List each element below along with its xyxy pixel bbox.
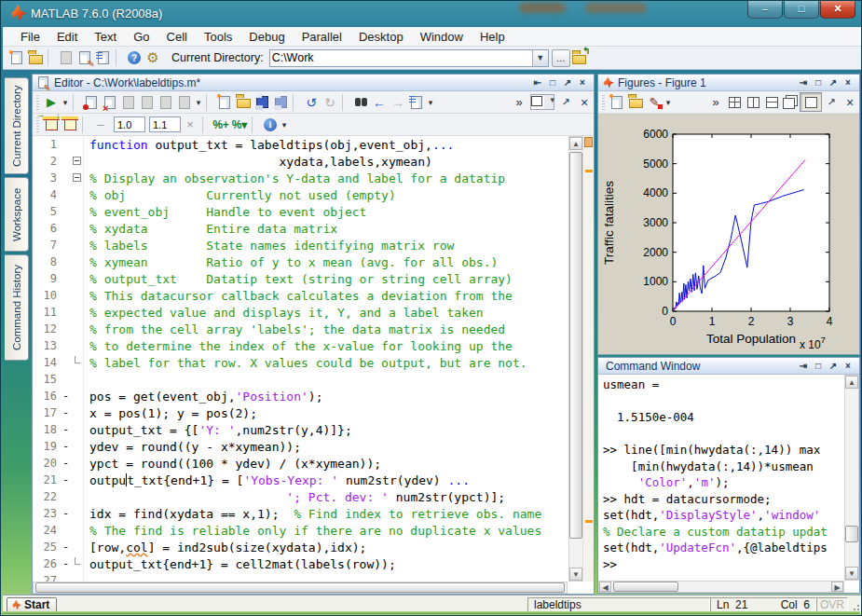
- executable-line-marker[interactable]: -: [61, 457, 71, 470]
- times-icon[interactable]: ×: [181, 116, 199, 133]
- dropdown-icon[interactable]: ▾: [61, 93, 70, 111]
- executable-line-marker[interactable]: -: [61, 541, 71, 554]
- menu-file[interactable]: File: [12, 28, 48, 46]
- executable-line-marker[interactable]: -: [61, 406, 71, 419]
- code-fold-column[interactable]: [71, 572, 84, 582]
- code-line[interactable]: 24% The find is reliable only if there a…: [33, 522, 568, 539]
- sidebar-tab-current-directory[interactable]: Current Directory: [5, 77, 29, 174]
- save-all-icon[interactable]: [271, 93, 290, 111]
- menu-desktop[interactable]: Desktop: [350, 28, 412, 46]
- breakpoint-clear-icon[interactable]: [101, 93, 119, 111]
- open-folder-icon[interactable]: [234, 93, 253, 111]
- start-button[interactable]: Start: [7, 597, 57, 613]
- cell-field2-input[interactable]: [149, 116, 181, 132]
- code-fold-column[interactable]: [71, 455, 84, 472]
- scroll-up-icon[interactable]: ▲: [845, 376, 858, 389]
- code-fold-column[interactable]: [71, 404, 84, 421]
- run-icon[interactable]: ▶: [42, 93, 61, 111]
- cell-insert2-icon[interactable]: [61, 116, 79, 133]
- undock-sm-icon[interactable]: ↗: [556, 93, 575, 111]
- dock-left-icon[interactable]: ⇤: [530, 76, 545, 89]
- code-fold-column[interactable]: [71, 555, 84, 572]
- code-fold-column[interactable]: [71, 186, 84, 203]
- code-line[interactable]: 10% This datacursor callback calculates …: [33, 287, 568, 304]
- close-sm-icon[interactable]: ×: [841, 93, 859, 111]
- code-fold-column[interactable]: [71, 337, 84, 354]
- fold-collapse-icon[interactable]: [73, 173, 81, 182]
- code-line[interactable]: 23-idx = find(xydata == x,1); % Find ind…: [33, 505, 568, 522]
- dropdown-icon[interactable]: ▾: [194, 93, 203, 111]
- sidebar-tab-command-history[interactable]: Command History: [5, 254, 29, 361]
- code-line[interactable]: 13% to determine the index of the x-valu…: [33, 337, 568, 354]
- code-line[interactable]: 6% xydata Entire data matrix: [33, 220, 568, 237]
- command-window-vertical-scrollbar[interactable]: ▲ ▼: [844, 375, 859, 581]
- scroll-left-icon[interactable]: ◀: [599, 582, 611, 592]
- menu-debug[interactable]: Debug: [240, 28, 293, 46]
- undock-icon[interactable]: ↗: [826, 360, 841, 373]
- dock-right-icon[interactable]: ⇥: [796, 76, 811, 89]
- code-fold-column[interactable]: [71, 287, 84, 304]
- mlint-warning-marker[interactable]: [585, 520, 593, 523]
- code-editor-area[interactable]: 1function output_txt = labeldtips(obj,ev…: [33, 136, 568, 582]
- save-icon[interactable]: [253, 93, 271, 111]
- menu-cell[interactable]: Cell: [158, 28, 196, 46]
- undo-icon[interactable]: ↺: [302, 93, 321, 111]
- close-icon[interactable]: ×: [841, 76, 855, 89]
- menu-text[interactable]: Text: [86, 28, 125, 46]
- maximize-icon[interactable]: □: [545, 76, 560, 89]
- mlint-warning-marker[interactable]: [585, 170, 593, 172]
- scroll-down-icon[interactable]: ▼: [845, 567, 858, 580]
- close-sm-icon[interactable]: ×: [575, 93, 594, 111]
- dock-right-icon[interactable]: ⇥: [796, 360, 811, 373]
- step-in-icon[interactable]: [138, 93, 157, 111]
- code-fold-column[interactable]: [71, 136, 84, 153]
- code-fold-column[interactable]: [71, 253, 84, 270]
- editor-vertical-scrollbar[interactable]: ▲ ▼: [568, 136, 583, 582]
- code-line[interactable]: 26-output_txt{end+1} = cell2mat(labels(r…: [33, 555, 568, 572]
- breakpoint-set-icon[interactable]: [82, 93, 101, 111]
- code-line[interactable]: 22 '; Pct. dev: ' num2str(ypct)];: [33, 488, 568, 505]
- maximize-icon[interactable]: □: [811, 360, 826, 373]
- code-line[interactable]: 1function output_txt = labeldtips(obj,ev…: [33, 136, 568, 153]
- overflow-icon[interactable]: »: [510, 93, 528, 111]
- figure-canvas[interactable]: 010002000300040005000600001234Total Popu…: [598, 114, 859, 354]
- maximize-icon[interactable]: □: [811, 76, 826, 89]
- layout-rows-icon[interactable]: [762, 93, 781, 111]
- minimize-button[interactable]: –: [747, 1, 783, 19]
- simulink-icon[interactable]: [94, 49, 113, 67]
- command-window-horizontal-scrollbar[interactable]: ◀ ▶: [598, 581, 844, 593]
- code-fold-column[interactable]: [71, 203, 84, 220]
- code-fold-column[interactable]: [71, 388, 84, 404]
- code-fold-column[interactable]: [71, 220, 84, 237]
- code-fold-column[interactable]: [71, 472, 84, 488]
- executable-line-marker[interactable]: -: [61, 423, 71, 436]
- code-fold-column[interactable]: [71, 505, 84, 522]
- menu-tools[interactable]: Tools: [196, 28, 240, 46]
- menu-edit[interactable]: Edit: [48, 28, 86, 46]
- code-line[interactable]: 4% obj Currently not used (empty): [33, 186, 568, 203]
- undock-icon[interactable]: ↗: [560, 76, 575, 89]
- code-fold-column[interactable]: [71, 354, 84, 371]
- overflow-icon[interactable]: »: [706, 93, 725, 111]
- code-fold-column[interactable]: [71, 237, 84, 253]
- code-line[interactable]: 25-[row,col] = ind2sub(size(xydata),idx)…: [33, 539, 568, 555]
- scroll-right-icon[interactable]: ▶: [831, 582, 843, 592]
- code-line[interactable]: 17-x = pos(1); y = pos(2);: [33, 404, 568, 421]
- info-icon[interactable]: i: [261, 116, 280, 133]
- undock-sm-icon[interactable]: ↗: [822, 93, 841, 111]
- executable-line-marker[interactable]: -: [61, 473, 71, 486]
- chevron-down-icon[interactable]: ▼: [532, 50, 548, 66]
- mlint-status-icon[interactable]: [584, 137, 593, 147]
- menu-window[interactable]: Window: [412, 28, 472, 46]
- new-file-icon[interactable]: [608, 93, 626, 111]
- new-file-icon[interactable]: [215, 93, 234, 111]
- code-line[interactable]: 7% labels State names identifying matrix…: [33, 237, 568, 253]
- close-button[interactable]: ✕: [820, 1, 855, 19]
- forward-icon[interactable]: →: [389, 93, 407, 111]
- code-fold-column[interactable]: [71, 321, 84, 337]
- close-icon[interactable]: ×: [841, 360, 855, 373]
- code-fold-column[interactable]: [71, 539, 84, 555]
- close-icon[interactable]: ×: [575, 76, 590, 89]
- step-out-icon[interactable]: [157, 93, 175, 111]
- code-line[interactable]: 14% label for that row. X values could b…: [33, 354, 568, 371]
